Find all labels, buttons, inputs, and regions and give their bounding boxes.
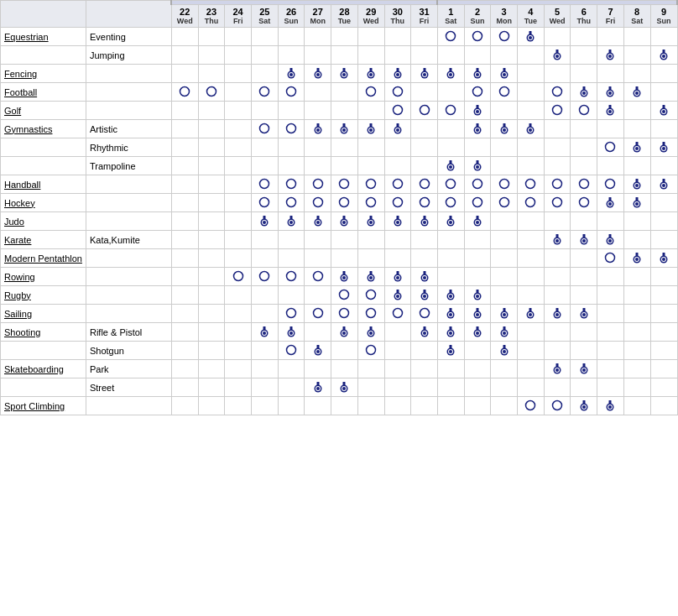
schedule-cell xyxy=(198,175,225,194)
schedule-cell xyxy=(305,378,331,397)
sport-cell[interactable]: Fencing xyxy=(1,65,86,83)
event-circle-icon xyxy=(392,86,404,97)
svg-point-277 xyxy=(476,295,479,298)
svg-rect-342 xyxy=(316,345,319,348)
schedule-cell xyxy=(597,175,624,194)
schedule-cell xyxy=(198,138,225,157)
sport-name[interactable]: Gymnastics xyxy=(4,124,52,134)
sport-cell[interactable]: Golf xyxy=(1,102,86,120)
sport-cell[interactable]: Equestrian xyxy=(1,28,86,46)
schedule-cell xyxy=(597,65,624,83)
svg-point-71 xyxy=(608,91,612,95)
svg-point-147 xyxy=(446,179,456,188)
medal-icon xyxy=(365,326,377,337)
svg-rect-301 xyxy=(556,308,559,311)
sport-name[interactable]: Skateboarding xyxy=(4,364,64,374)
svg-point-206 xyxy=(396,221,399,224)
sport-cell[interactable]: Gymnastics xyxy=(1,120,86,138)
sport-cell[interactable]: Modern Pentathlon xyxy=(1,249,86,268)
medal-icon xyxy=(472,326,483,337)
sport-cell[interactable]: Sailing xyxy=(1,305,86,323)
event-circle-icon xyxy=(392,307,404,319)
schedule-cell xyxy=(571,231,597,249)
schedule-cell xyxy=(650,102,677,120)
schedule-cell xyxy=(251,231,278,249)
medal-icon xyxy=(604,233,616,245)
sport-name[interactable]: Golf xyxy=(4,106,21,116)
schedule-cell xyxy=(384,102,411,120)
schedule-cell xyxy=(384,157,411,175)
svg-point-63 xyxy=(553,86,562,96)
sport-name[interactable]: Judo xyxy=(4,217,24,227)
svg-point-18 xyxy=(662,55,665,58)
sport-name[interactable]: Hockey xyxy=(4,198,35,208)
sport-name[interactable]: Rugby xyxy=(4,290,31,300)
schedule-cell xyxy=(464,342,491,360)
sport-cell[interactable]: Football xyxy=(1,83,86,102)
schedule-cell xyxy=(491,138,518,157)
schedule-cell xyxy=(464,194,491,212)
schedule-cell xyxy=(331,157,358,175)
schedule-cell xyxy=(518,397,545,415)
schedule-cell xyxy=(198,268,225,286)
sport-cell[interactable]: Sport Climbing xyxy=(1,397,86,415)
schedule-cell xyxy=(198,65,225,83)
schedule-cell xyxy=(491,28,518,46)
schedule-cell xyxy=(571,323,597,342)
svg-rect-12 xyxy=(609,50,612,53)
schedule-cell xyxy=(357,360,384,378)
sport-name[interactable]: Sailing xyxy=(4,309,32,319)
medal-icon xyxy=(524,30,536,42)
schedule-cell xyxy=(437,249,464,268)
schedule-cell xyxy=(357,286,384,305)
sport-name[interactable]: Football xyxy=(4,87,37,97)
discipline-cell: Jumping xyxy=(86,46,171,65)
sport-cell[interactable]: Rugby xyxy=(1,286,86,305)
schedule-cell xyxy=(571,397,597,415)
table-row: Shotgun xyxy=(1,342,678,360)
discipline-cell xyxy=(86,268,171,286)
schedule-cell xyxy=(251,120,278,138)
schedule-cell xyxy=(305,65,331,83)
svg-point-370 xyxy=(526,400,535,410)
svg-point-335 xyxy=(476,331,479,335)
schedule-cell xyxy=(305,286,331,305)
svg-rect-184 xyxy=(263,216,266,219)
sport-cell[interactable]: Skateboarding xyxy=(1,360,86,378)
sport-cell[interactable]: Hockey xyxy=(1,194,86,212)
date-col-9: 9Sun xyxy=(650,5,677,28)
sport-name[interactable]: Modern Pentathlon xyxy=(4,253,82,264)
schedule-cell xyxy=(305,157,331,175)
sport-name[interactable]: Sport Climbing xyxy=(4,401,65,411)
schedule-cell xyxy=(384,120,411,138)
svg-rect-112 xyxy=(476,123,478,127)
sport-cell[interactable]: Karate xyxy=(1,231,86,249)
schedule-cell xyxy=(171,249,198,268)
sport-cell[interactable]: Rowing xyxy=(1,268,86,286)
schedule-cell xyxy=(411,305,438,323)
medal-icon xyxy=(365,67,377,79)
svg-point-349 xyxy=(449,350,452,353)
sport-name[interactable]: Rowing xyxy=(4,272,35,282)
schedule-cell xyxy=(225,212,252,231)
svg-rect-48 xyxy=(476,68,478,71)
sport-name[interactable]: Fencing xyxy=(4,69,37,79)
sport-name[interactable]: Handball xyxy=(4,180,40,190)
schedule-cell xyxy=(251,249,278,268)
sport-cell[interactable]: Judo xyxy=(1,212,86,231)
date-col-28: 28Tue xyxy=(331,5,358,28)
sport-cell[interactable]: Shooting xyxy=(1,323,86,342)
schedule-cell xyxy=(623,360,650,378)
sport-name[interactable]: Karate xyxy=(4,235,31,245)
discipline-cell: Rifle & Pistol xyxy=(86,323,171,342)
svg-point-14 xyxy=(608,55,612,58)
svg-point-174 xyxy=(579,197,588,206)
sport-cell[interactable]: Handball xyxy=(1,175,86,194)
sport-name[interactable]: Equestrian xyxy=(4,32,49,42)
svg-point-75 xyxy=(635,91,639,95)
schedule-cell xyxy=(650,323,677,342)
schedule-cell xyxy=(331,342,358,360)
schedule-cell xyxy=(251,323,278,342)
date-col-6: 6Thu xyxy=(571,5,597,28)
sport-name[interactable]: Shooting xyxy=(4,327,40,337)
